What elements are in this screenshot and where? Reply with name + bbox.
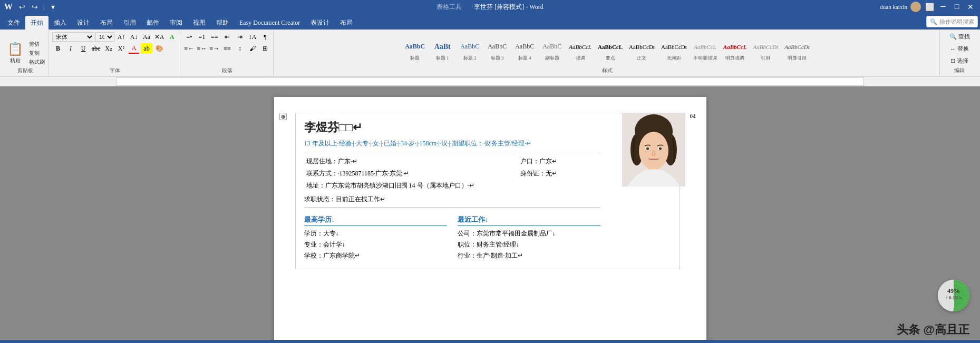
restore-btn[interactable]: □ (952, 2, 962, 12)
style-heading3[interactable]: AaBbC 标题 3 (484, 37, 510, 63)
font-color-btn[interactable]: A (128, 43, 140, 54)
undo-btn[interactable]: ↩ (17, 2, 27, 12)
numbering-btn[interactable]: ≡1 (196, 32, 208, 42)
underline-btn[interactable]: U (77, 43, 89, 54)
ruler-inner (116, 77, 864, 86)
style-no-spacing[interactable]: AaBbCcDt 无间距 (658, 37, 690, 63)
replace-button[interactable]: ↔替换 (948, 44, 971, 54)
sort-btn[interactable]: ↕A (247, 32, 258, 42)
multilevel-list-btn[interactable]: ≡≡ (209, 32, 220, 42)
clear-format-btn[interactable]: ✕A (153, 32, 165, 42)
select-button[interactable]: ⊡选择 (948, 56, 971, 66)
edu-column: 最高学历↓ 学历：大专↓ 专业：会计学↓ 学校：广东商学院↵ (304, 211, 447, 262)
style-intense-em[interactable]: AaBbCcL 明显强调 (721, 37, 750, 63)
watermark: 头条 @高且正 (897, 322, 969, 338)
edu-school-row: 学校：广东商学院↵ (304, 251, 447, 260)
photo-placeholder (622, 113, 685, 187)
username: duan kaixin (880, 4, 907, 10)
network-percent: 49% (947, 287, 960, 295)
show-marks-btn[interactable]: ¶ (259, 32, 271, 42)
cut-button[interactable]: 剪切 (27, 40, 46, 48)
search-icon: 🔍 (930, 18, 937, 25)
ribbon-display-btn[interactable]: ⬜ (924, 2, 935, 12)
copy-button[interactable]: 复制 (27, 49, 46, 57)
increase-indent-btn[interactable]: ⇥ (234, 32, 246, 42)
style-emphasis[interactable]: AaBbCcL 强调 (566, 37, 594, 63)
align-center-btn[interactable]: ≡↔ (196, 43, 208, 54)
job-status-row: 求职状态：目前正在找工作↵ (304, 195, 600, 204)
photo-svg (622, 113, 685, 187)
tab-home[interactable]: 开始 (25, 16, 48, 30)
table-handle[interactable]: ⊕ (279, 113, 287, 120)
bullets-btn[interactable]: ≡• (183, 32, 195, 42)
align-right-btn[interactable]: ≡→ (209, 43, 220, 54)
style-strong[interactable]: AaBbCcL 要点 (595, 37, 625, 63)
increase-font-size-btn[interactable]: A↑ (115, 32, 127, 42)
tab-table-layout[interactable]: 布局 (335, 16, 358, 30)
word-icon: W (4, 2, 13, 12)
style-subtle-em[interactable]: AaBbCcL 不明显强调 (691, 37, 720, 63)
ribbon-toolbar: 📋 粘贴 剪切 复制 格式刷 剪贴板 宋体 10 A↑ A↓ Aa (0, 30, 980, 77)
tab-file[interactable]: 文件 (2, 16, 25, 30)
strikethrough-btn[interactable]: abc (90, 43, 102, 54)
tab-layout[interactable]: 布局 (95, 16, 118, 30)
shading-btn[interactable]: 🎨 (153, 43, 165, 54)
justify-btn[interactable]: ≡≡ (221, 43, 233, 54)
subscript-btn[interactable]: X₂ (103, 43, 114, 54)
redo-btn[interactable]: ↪ (30, 2, 40, 12)
tab-design[interactable]: 设计 (72, 16, 95, 30)
close-btn[interactable]: ✕ (965, 2, 976, 12)
align-left-btn[interactable]: ≡← (183, 43, 195, 54)
tab-table-design[interactable]: 表设计 (305, 16, 335, 30)
tab-review[interactable]: 审阅 (164, 16, 188, 30)
style-heading1[interactable]: AaBt 标题 1 (429, 37, 455, 63)
decrease-indent-btn[interactable]: ⇤ (221, 32, 233, 42)
bold-btn[interactable]: B (52, 43, 64, 54)
tab-insert[interactable]: 插入 (48, 16, 72, 30)
two-col-section: 最高学历↓ 学历：大专↓ 专业：会计学↓ 学校：广东商学院↵ 最近工作↓ 公司：… (304, 211, 600, 262)
household-cell: 户口：广东↵ (518, 155, 600, 168)
ruler (0, 77, 980, 86)
tab-easy-doc[interactable]: Easy Document Creator (234, 16, 305, 30)
position-row: 职位：财务主管/经理↓ (458, 240, 600, 249)
style-normal[interactable]: AaBbCcDt 正文 (626, 37, 657, 63)
style-quote[interactable]: AaBbCcDt 引用 (750, 37, 781, 63)
style-intense-quote[interactable]: AaBbCcDt 明显引用 (782, 37, 812, 63)
shading-para-btn[interactable]: 🖌 (247, 43, 258, 54)
decrease-font-size-btn[interactable]: A↓ (128, 32, 140, 42)
editing-group: 🔍查找 ↔替换 ⊡选择 编辑 (941, 31, 978, 75)
search-placeholder: 操作说明搜索 (939, 18, 974, 26)
font-name-select[interactable]: 宋体 (52, 32, 94, 42)
find-button[interactable]: 🔍查找 (947, 32, 972, 42)
text-highlight-btn[interactable]: A (166, 32, 178, 42)
paste-button[interactable]: 📋 粘贴 (4, 40, 26, 66)
clipboard-label: 剪贴板 (17, 67, 33, 74)
page-marker: 04 (690, 113, 696, 119)
style-heading[interactable]: AaBbC 标题 (402, 37, 428, 63)
format-painter-button[interactable]: 格式刷 (27, 58, 46, 66)
highlight-color-btn[interactable]: ab (141, 43, 152, 54)
tab-mail[interactable]: 邮件 (141, 16, 164, 30)
svg-point-8 (659, 148, 662, 150)
table-tools-label: 表格工具 (436, 3, 462, 11)
borders-btn[interactable]: ⊞ (259, 43, 271, 54)
tab-help[interactable]: 帮助 (211, 16, 234, 30)
customize-quick-access[interactable]: ▾ (47, 2, 58, 12)
superscript-btn[interactable]: X² (115, 43, 127, 54)
doc-info-line: 13 年及以上·经验·|·大专·|·女·|·已婚·|·34·岁·|·158cm·… (304, 139, 600, 149)
search-box[interactable]: 🔍 操作说明搜索 (926, 16, 978, 27)
tab-references[interactable]: 引用 (118, 16, 141, 30)
status-bar: 页面: 4/5 字数: 1,234 (0, 340, 980, 343)
style-heading4[interactable]: AaBbC 标题 4 (511, 37, 538, 63)
tab-view[interactable]: 视图 (188, 16, 211, 30)
font-size-select[interactable]: 10 (95, 32, 114, 42)
line-spacing-btn[interactable]: ↕ (234, 43, 246, 54)
work-title: 最近工作↓ (458, 215, 600, 226)
change-case-btn[interactable]: Aa (141, 32, 152, 42)
minimize-btn[interactable]: ─ (938, 2, 948, 12)
contact-cell: 联系方式：·13925871185·广东·东莞·↵ (304, 168, 518, 180)
style-heading2[interactable]: AaBbC 标题 2 (457, 37, 483, 63)
quick-access-separator: | (43, 3, 44, 11)
style-subtitle[interactable]: AaBbC 副标题 (539, 37, 565, 63)
italic-btn[interactable]: I (65, 43, 76, 54)
